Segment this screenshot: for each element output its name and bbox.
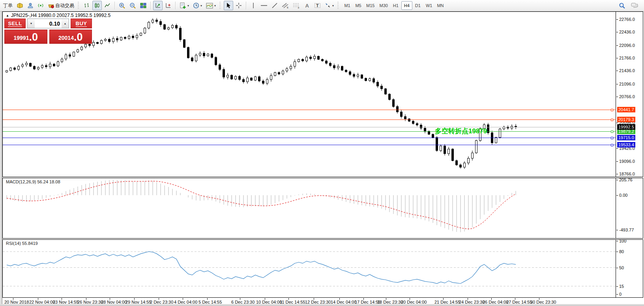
template-button[interactable]: ▾	[204, 1, 217, 10]
line-handle[interactable]	[611, 137, 613, 139]
template-icon	[206, 3, 213, 9]
volume-decrease-button[interactable]: ▼	[28, 19, 35, 28]
candle	[385, 89, 387, 94]
sell-price-int: 19991	[14, 33, 29, 43]
timeframe-m5-button[interactable]: M5	[353, 1, 364, 10]
rsi-axis[interactable]: 1008050150	[616, 240, 643, 297]
volume-increase-button[interactable]: ▲	[62, 19, 69, 28]
period-button[interactable]: ▾	[191, 1, 204, 10]
candle	[211, 54, 213, 58]
candle	[61, 59, 63, 62]
zoom-out-button[interactable]	[128, 1, 138, 10]
candle	[180, 28, 182, 39]
indicator-window-button[interactable]	[153, 1, 163, 10]
line-handle[interactable]	[611, 131, 613, 133]
text-label-tool-button[interactable]: T	[313, 1, 322, 10]
timeframe-m15-button[interactable]: M15	[364, 1, 377, 10]
macd-label: MACD(12,26,9) 56.24 18.08	[6, 179, 60, 184]
arrows-tool-button[interactable]: ▾	[323, 1, 335, 10]
text-tool-button[interactable]: A	[302, 1, 312, 10]
horizontal-line-tool-button[interactable]	[259, 1, 269, 10]
search-icon	[619, 2, 625, 9]
new-chart-button[interactable]: ▾	[178, 1, 191, 10]
line-chart-button[interactable]	[103, 1, 112, 10]
zoom-out-icon	[129, 2, 136, 9]
timeframe-mn-button[interactable]: MN	[434, 1, 446, 10]
timeframe-m1-button[interactable]: M1	[342, 1, 353, 10]
svg-text:A: A	[305, 3, 309, 9]
volume-input[interactable]	[35, 19, 62, 28]
candle	[235, 76, 237, 79]
candle	[298, 60, 300, 62]
horizontal-level-line[interactable]	[3, 138, 616, 138]
toolbar-separator	[175, 2, 176, 9]
cursor-tool-button[interactable]	[224, 1, 233, 10]
signals-button[interactable]	[36, 1, 45, 10]
line-handle[interactable]	[611, 119, 613, 121]
sell-button[interactable]: SELL	[4, 19, 26, 28]
current-price-line[interactable]	[3, 127, 616, 127]
channel-tool-button[interactable]: E	[280, 1, 290, 10]
candle	[460, 165, 462, 167]
horizontal-level-line[interactable]	[3, 119, 616, 120]
search-button[interactable]	[617, 1, 627, 10]
candle	[93, 42, 95, 45]
toolbar-grip	[337, 2, 340, 9]
sell-price-quote[interactable]: 19991.0	[4, 30, 47, 44]
buy-button[interactable]: BUY	[71, 19, 92, 28]
window-bottom-edge	[0, 304, 644, 306]
candle	[456, 160, 458, 165]
buy-price-quote[interactable]: 20014.0	[49, 30, 92, 44]
candle	[353, 75, 355, 76]
rsi-label: RSI(14) 55.8419	[6, 241, 38, 246]
crosshair-tool-button[interactable]	[234, 1, 243, 10]
collapse-triangle-icon[interactable]: ▲	[6, 14, 9, 17]
timeframe-h4-button[interactable]: H4	[401, 1, 412, 10]
candle	[266, 80, 268, 84]
indicator-list-button[interactable]	[163, 1, 173, 10]
horizontal-level-line[interactable]	[3, 110, 616, 110]
rsi-pane: 1008050150 RSI(14) 55.8419	[2, 239, 643, 298]
rsi-plot-area[interactable]	[3, 240, 616, 297]
chevron-down-icon: ▾	[214, 4, 216, 7]
price-axis[interactable]: 22766.022436.022096.021766.021436.021096…	[616, 12, 643, 177]
line-handle[interactable]	[611, 144, 613, 146]
candle	[290, 66, 292, 69]
chart-text-annotation[interactable]: 多空转折点19879	[435, 127, 487, 136]
chat-button[interactable]	[629, 1, 640, 10]
timeframe-m30-button[interactable]: M30	[377, 1, 390, 10]
candle	[302, 60, 304, 61]
candle	[124, 37, 126, 39]
line-handle[interactable]	[611, 109, 613, 111]
macd-plot-area[interactable]	[3, 178, 616, 238]
price-tick: 22096.0	[616, 43, 635, 48]
candle	[452, 149, 454, 160]
autotrading-button[interactable]: 自动交易	[46, 1, 76, 10]
candle	[156, 20, 158, 22]
candle	[172, 25, 174, 28]
macd-axis[interactable]: 205.760.00-493.77	[616, 178, 643, 238]
svg-text:T: T	[316, 3, 319, 8]
candle	[389, 94, 391, 100]
tile-windows-button[interactable]	[139, 1, 148, 10]
horizontal-level-line[interactable]	[3, 145, 616, 145]
vertical-line-tool-button[interactable]	[249, 1, 258, 10]
timeframe-h1-button[interactable]: H1	[390, 1, 401, 10]
candlestick-chart-button[interactable]	[92, 1, 102, 10]
trendline-tool-button[interactable]	[270, 1, 279, 10]
history-book-icon[interactable]	[15, 1, 25, 10]
community-button[interactable]	[26, 1, 35, 10]
horizontal-level-line[interactable]	[3, 131, 616, 132]
candle	[239, 76, 241, 80]
candle	[116, 39, 118, 40]
timeframe-d1-button[interactable]: D1	[412, 1, 423, 10]
bar-chart-button[interactable]	[82, 1, 92, 10]
price-plot-area[interactable]: 多空转折点19879	[3, 12, 616, 177]
candle	[282, 71, 284, 74]
candle	[258, 77, 260, 81]
new-order-button[interactable]: 丁单	[2, 1, 14, 10]
timeframe-w1-button[interactable]: W1	[423, 1, 435, 10]
zoom-in-button[interactable]	[117, 1, 127, 10]
candle	[326, 61, 328, 63]
fibonacci-tool-button[interactable]: F	[291, 1, 301, 10]
